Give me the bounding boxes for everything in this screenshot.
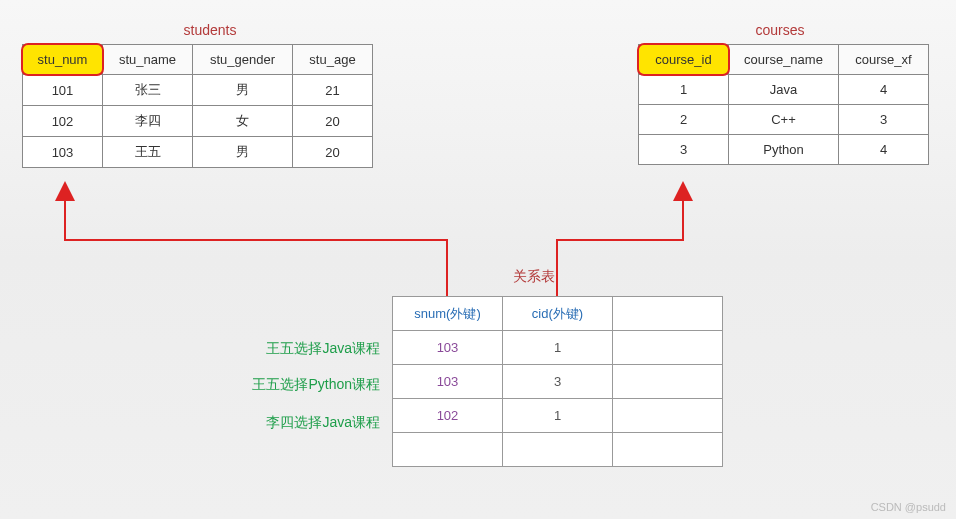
- cell: [393, 433, 503, 467]
- table-row: 3 Python 4: [639, 135, 929, 165]
- note-2: 王五选择Python课程: [200, 376, 380, 394]
- cell: 103: [393, 331, 503, 365]
- cell: 103: [393, 365, 503, 399]
- table-row: 102 李四 女 20: [23, 106, 373, 137]
- cell: 3: [639, 135, 729, 165]
- relation-table: snum(外键) cid(外键) 103 1 103 3 102 1: [392, 296, 723, 467]
- watermark: CSDN @psudd: [871, 501, 946, 513]
- col-course-id: course_id: [639, 45, 729, 75]
- courses-title: courses: [720, 22, 840, 38]
- cell: 102: [23, 106, 103, 137]
- col-course-xf: course_xf: [839, 45, 929, 75]
- cell: 张三: [103, 75, 193, 106]
- cell: 102: [393, 399, 503, 433]
- col-stu-num: stu_num: [23, 45, 103, 75]
- table-header-row: snum(外键) cid(外键): [393, 297, 723, 331]
- col-stu-gender: stu_gender: [193, 45, 293, 75]
- table-row: 2 C++ 3: [639, 105, 929, 135]
- cell: 3: [503, 365, 613, 399]
- col-snum: snum(外键): [393, 297, 503, 331]
- cell: C++: [729, 105, 839, 135]
- col-stu-age: stu_age: [293, 45, 373, 75]
- cell: [613, 365, 723, 399]
- cell: 李四: [103, 106, 193, 137]
- col-cid: cid(外键): [503, 297, 613, 331]
- cell: 1: [639, 75, 729, 105]
- cell: [613, 433, 723, 467]
- courses-table: course_id course_name course_xf 1 Java 4…: [638, 44, 929, 165]
- cell: 21: [293, 75, 373, 106]
- table-header-row: course_id course_name course_xf: [639, 45, 929, 75]
- arrow-snum-to-students: [65, 185, 447, 296]
- note-1: 王五选择Java课程: [200, 340, 380, 358]
- cell: 4: [839, 135, 929, 165]
- cell: 女: [193, 106, 293, 137]
- cell: 王五: [103, 137, 193, 168]
- cell: 103: [23, 137, 103, 168]
- table-row: 102 1: [393, 399, 723, 433]
- cell: [503, 433, 613, 467]
- table-row: 103 1: [393, 331, 723, 365]
- table-row: 103 3: [393, 365, 723, 399]
- cell: 20: [293, 137, 373, 168]
- students-table: stu_num stu_name stu_gender stu_age 101 …: [22, 44, 373, 168]
- cell: [613, 331, 723, 365]
- col-course-name: course_name: [729, 45, 839, 75]
- cell: Java: [729, 75, 839, 105]
- arrow-cid-to-courses: [557, 185, 683, 296]
- table-row: [393, 433, 723, 467]
- cell: Python: [729, 135, 839, 165]
- col-empty: [613, 297, 723, 331]
- table-row: 101 张三 男 21: [23, 75, 373, 106]
- cell: 2: [639, 105, 729, 135]
- note-3: 李四选择Java课程: [200, 414, 380, 432]
- relation-title: 关系表: [513, 268, 555, 286]
- cell: 101: [23, 75, 103, 106]
- cell: [613, 399, 723, 433]
- cell: 男: [193, 137, 293, 168]
- cell: 4: [839, 75, 929, 105]
- cell: 男: [193, 75, 293, 106]
- cell: 20: [293, 106, 373, 137]
- students-title: students: [150, 22, 270, 38]
- col-stu-name: stu_name: [103, 45, 193, 75]
- table-row: 103 王五 男 20: [23, 137, 373, 168]
- cell: 1: [503, 399, 613, 433]
- table-header-row: stu_num stu_name stu_gender stu_age: [23, 45, 373, 75]
- table-row: 1 Java 4: [639, 75, 929, 105]
- cell: 3: [839, 105, 929, 135]
- cell: 1: [503, 331, 613, 365]
